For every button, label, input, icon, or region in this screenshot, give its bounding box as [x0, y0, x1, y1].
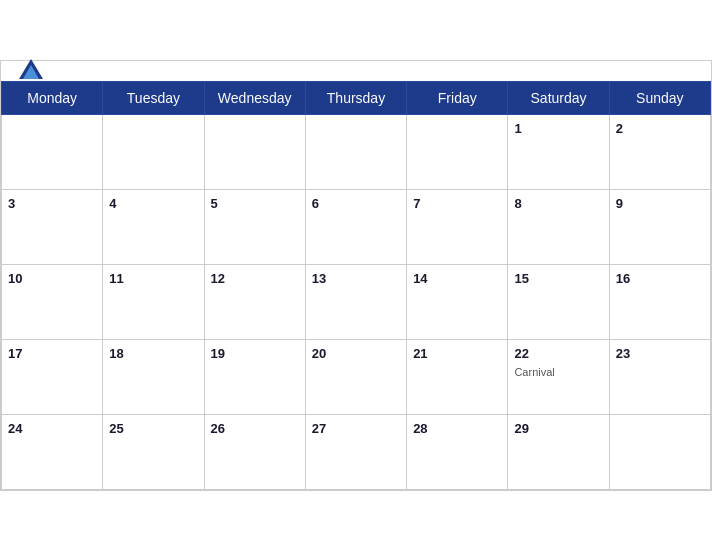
calendar-cell: 12 [204, 264, 305, 339]
week-row-4: 242526272829 [2, 414, 711, 489]
calendar-cell: 22Carnival [508, 339, 609, 414]
day-number: 21 [413, 346, 427, 361]
day-number: 17 [8, 346, 22, 361]
week-row-3: 171819202122Carnival23 [2, 339, 711, 414]
logo-icon [17, 57, 45, 85]
day-number: 3 [8, 196, 15, 211]
calendar-cell: 15 [508, 264, 609, 339]
calendar-cell [204, 114, 305, 189]
day-number: 6 [312, 196, 319, 211]
day-number: 15 [514, 271, 528, 286]
day-number: 27 [312, 421, 326, 436]
calendar-cell [609, 414, 710, 489]
day-number: 20 [312, 346, 326, 361]
day-number: 29 [514, 421, 528, 436]
weekday-header-row: Monday Tuesday Wednesday Thursday Friday… [2, 81, 711, 114]
calendar-cell: 27 [305, 414, 406, 489]
day-number: 22 [514, 346, 528, 361]
day-number: 9 [616, 196, 623, 211]
calendar-cell: 7 [407, 189, 508, 264]
calendar-cell [2, 114, 103, 189]
day-number: 14 [413, 271, 427, 286]
day-number: 25 [109, 421, 123, 436]
day-number: 13 [312, 271, 326, 286]
calendar-cell: 3 [2, 189, 103, 264]
calendar-table: Monday Tuesday Wednesday Thursday Friday… [1, 81, 711, 490]
day-number: 10 [8, 271, 22, 286]
day-number: 7 [413, 196, 420, 211]
day-number: 11 [109, 271, 123, 286]
calendar-cell [305, 114, 406, 189]
calendar-cell: 19 [204, 339, 305, 414]
calendar: Monday Tuesday Wednesday Thursday Friday… [0, 60, 712, 491]
event-label: Carnival [514, 366, 554, 378]
calendar-body: 12345678910111213141516171819202122Carni… [2, 114, 711, 489]
calendar-cell [103, 114, 204, 189]
calendar-cell: 9 [609, 189, 710, 264]
calendar-cell: 16 [609, 264, 710, 339]
day-number: 12 [211, 271, 225, 286]
calendar-cell: 24 [2, 414, 103, 489]
day-number: 8 [514, 196, 521, 211]
calendar-cell: 18 [103, 339, 204, 414]
header-sunday: Sunday [609, 81, 710, 114]
calendar-cell: 28 [407, 414, 508, 489]
header-wednesday: Wednesday [204, 81, 305, 114]
day-number: 4 [109, 196, 116, 211]
calendar-cell: 4 [103, 189, 204, 264]
day-number: 28 [413, 421, 427, 436]
calendar-cell: 17 [2, 339, 103, 414]
day-number: 18 [109, 346, 123, 361]
logo [17, 57, 49, 85]
calendar-cell: 20 [305, 339, 406, 414]
day-number: 16 [616, 271, 630, 286]
calendar-cell: 8 [508, 189, 609, 264]
calendar-header [1, 61, 711, 81]
header-saturday: Saturday [508, 81, 609, 114]
calendar-cell: 11 [103, 264, 204, 339]
week-row-1: 3456789 [2, 189, 711, 264]
day-number: 23 [616, 346, 630, 361]
calendar-cell: 26 [204, 414, 305, 489]
calendar-cell: 29 [508, 414, 609, 489]
calendar-cell: 25 [103, 414, 204, 489]
header-tuesday: Tuesday [103, 81, 204, 114]
day-number: 26 [211, 421, 225, 436]
calendar-cell: 14 [407, 264, 508, 339]
calendar-cell: 5 [204, 189, 305, 264]
calendar-cell: 13 [305, 264, 406, 339]
calendar-cell: 1 [508, 114, 609, 189]
calendar-cell: 21 [407, 339, 508, 414]
week-row-2: 10111213141516 [2, 264, 711, 339]
calendar-cell [407, 114, 508, 189]
day-number: 1 [514, 121, 521, 136]
day-number: 19 [211, 346, 225, 361]
week-row-0: 12 [2, 114, 711, 189]
day-number: 24 [8, 421, 22, 436]
header-monday: Monday [2, 81, 103, 114]
header-friday: Friday [407, 81, 508, 114]
calendar-cell: 10 [2, 264, 103, 339]
calendar-cell: 2 [609, 114, 710, 189]
day-number: 2 [616, 121, 623, 136]
header-thursday: Thursday [305, 81, 406, 114]
calendar-cell: 23 [609, 339, 710, 414]
day-number: 5 [211, 196, 218, 211]
calendar-cell: 6 [305, 189, 406, 264]
